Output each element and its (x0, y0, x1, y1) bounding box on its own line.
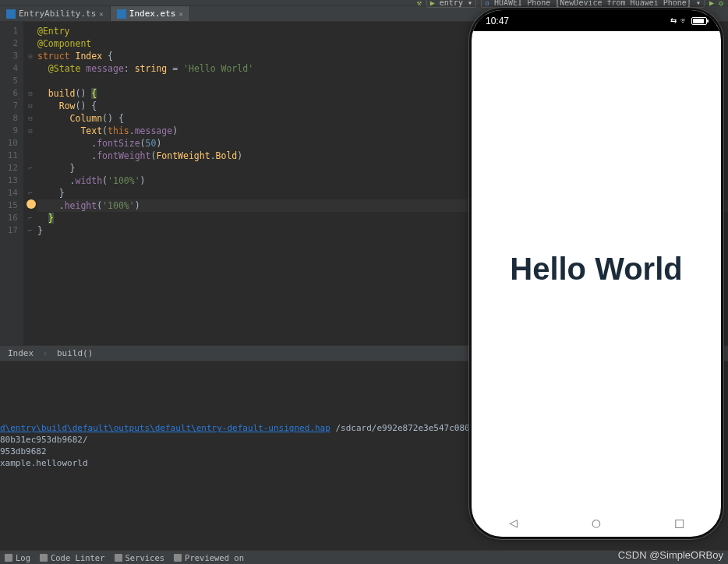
log-icon (5, 554, 12, 562)
nav-recent-icon[interactable]: □ (675, 514, 684, 531)
close-icon[interactable]: ✕ (178, 10, 182, 18)
tool-preview[interactable]: Previewed on (174, 553, 244, 562)
ring-icon: ⇆ (670, 16, 677, 25)
hammer-icon[interactable]: ⚒ (417, 0, 422, 7)
fold-gutter[interactable]: ⊟⊟⊟⊟⊟⌐⌐⌐⌐ (23, 22, 37, 345)
toolbar: ⚒ ▶ entry ▾ ▫ HUAWEI Phone [NewDevice_fr… (0, 0, 728, 6)
run-config[interactable]: ▶ entry ▾ (426, 0, 476, 8)
tab-label: EntryAbility.ts (19, 9, 96, 19)
tab-label: Index.ets (129, 9, 176, 19)
tool-services[interactable]: Services (115, 553, 165, 562)
nav-back-icon[interactable]: ◁ (509, 514, 518, 531)
hello-text: Hello World (510, 252, 682, 287)
phone-navbar: ◁ ○ □ (472, 506, 721, 538)
nav-home-icon[interactable]: ○ (592, 514, 601, 531)
tab-index[interactable]: Index.ets ✕ (111, 6, 190, 21)
console-link[interactable]: d\entry\build\default\outputs\default\en… (0, 423, 330, 433)
tool-linter[interactable]: Code Linter (40, 553, 105, 562)
watermark: CSDN @SimpleORBoy (618, 549, 723, 561)
phone-preview: 10:47 ⇆ ᯤ Hello World ◁ ○ □ (469, 8, 723, 539)
breadcrumb-item[interactable]: Index (8, 348, 34, 358)
battery-icon (691, 17, 707, 25)
tab-entryability[interactable]: EntryAbility.ts ✕ (0, 6, 111, 21)
services-icon (115, 554, 122, 562)
phone-statusbar: 10:47 ⇆ ᯤ (472, 10, 721, 31)
linter-icon (40, 554, 48, 562)
preview-icon (174, 554, 182, 562)
close-icon[interactable]: ✕ (99, 10, 103, 18)
tool-log[interactable]: Log (5, 553, 30, 562)
line-gutter: 1234567891011121314151617 (0, 22, 23, 345)
breadcrumb-item[interactable]: build() (57, 348, 93, 358)
intention-bulb-icon[interactable] (27, 199, 36, 209)
ets-file-icon (117, 9, 126, 19)
device-select[interactable]: ▫ HUAWEI Phone [NewDevice_from_Huawei_Ph… (481, 0, 705, 8)
ts-file-icon (6, 9, 16, 19)
debug-icon[interactable]: ✪ (719, 0, 723, 7)
play-icon[interactable]: ▶ (709, 0, 714, 7)
signal-icon: ᯤ (680, 16, 688, 25)
phone-time: 10:47 (486, 16, 509, 26)
